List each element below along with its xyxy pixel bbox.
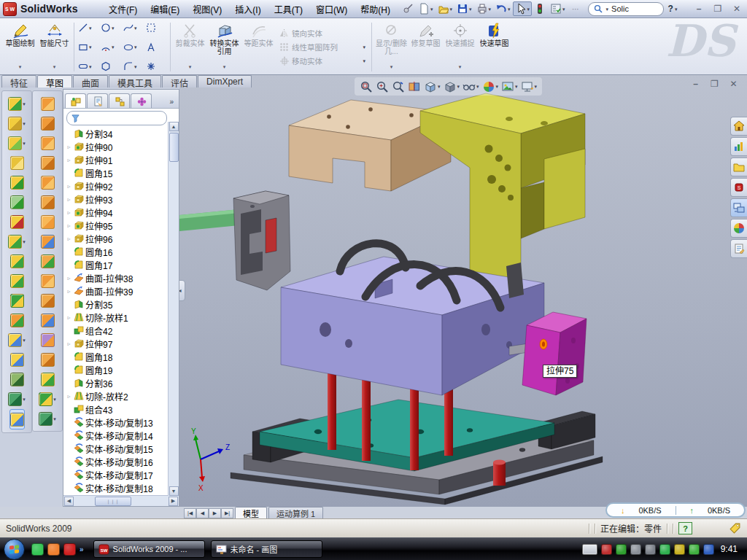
tree-item[interactable]: 圆角16: [66, 245, 179, 258]
tree-item[interactable]: 实体-移动/复制15: [66, 442, 179, 455]
overflow-button[interactable]: ⋯: [568, 1, 584, 16]
taskpane-tab-appearances[interactable]: [730, 219, 747, 238]
hole-wizard-button[interactable]: [10, 212, 24, 231]
expand-arrow-icon[interactable]: ▹: [66, 209, 72, 216]
swept-surface-button[interactable]: [41, 271, 55, 290]
chevron-down-icon[interactable]: ▾: [19, 64, 22, 70]
command-tab-1[interactable]: 草图: [37, 75, 72, 88]
chevron-down-icon[interactable]: ▾: [450, 7, 453, 12]
instant3d-button[interactable]: [9, 409, 25, 429]
offset-surface-button[interactable]: [41, 370, 55, 389]
command-tab-4[interactable]: 评估: [162, 75, 197, 88]
plane-button[interactable]: [10, 350, 24, 369]
tree-filter-box[interactable]: [66, 111, 167, 125]
menu-item-5[interactable]: 窗口(W): [309, 1, 354, 18]
quicklaunch-solidworks-icon[interactable]: [63, 543, 76, 556]
revolved-surface-button[interactable]: [41, 252, 55, 271]
chevron-down-icon[interactable]: ▾: [562, 7, 565, 12]
task-button-0[interactable]: SWSolidWorks 2009 - ...: [93, 540, 205, 558]
panel-tab-3[interactable]: [131, 93, 152, 108]
tree-item[interactable]: ▹拉伸96: [66, 232, 179, 245]
sketch-line-button[interactable]: ▾: [78, 23, 98, 33]
menu-item-3[interactable]: 插入(I): [228, 1, 267, 18]
open-button[interactable]: ▾: [436, 1, 455, 16]
tree-item[interactable]: ▹切除-放样2: [66, 389, 179, 402]
task-button-1[interactable]: 未命名 - 画图: [211, 540, 322, 558]
chevron-down-icon[interactable]: ▾: [53, 416, 56, 421]
indent-button[interactable]: [41, 173, 55, 192]
chevron-down-icon[interactable]: ▾: [134, 26, 137, 31]
command-tab-3[interactable]: 模具工具: [109, 75, 161, 88]
chevron-down-icon[interactable]: ▾: [457, 84, 460, 89]
tree-item[interactable]: 圆角18: [66, 350, 179, 363]
chevron-down-icon[interactable]: ▾: [535, 84, 538, 89]
extruded-boss-button[interactable]: ▾: [8, 94, 26, 113]
doc-nav-button-0[interactable]: |◀: [184, 508, 196, 518]
scroll-up-button[interactable]: ▲: [169, 122, 179, 131]
scroll-left-button[interactable]: ◀: [64, 497, 74, 506]
rib-button[interactable]: [10, 252, 24, 271]
expand-arrow-icon[interactable]: ▹: [66, 341, 72, 347]
draft-button[interactable]: [10, 192, 24, 211]
extruded-cut-button[interactable]: ▾: [8, 114, 26, 133]
chevron-down-icon[interactable]: ▾: [515, 84, 518, 89]
tree-item[interactable]: ▹拉伸97: [66, 337, 179, 350]
taskpane-tab-solidworks-forum[interactable]: S: [730, 178, 747, 197]
tag-icon[interactable]: [729, 522, 741, 534]
tray-sync-ball-icon[interactable]: [703, 544, 714, 555]
netspeed-widget[interactable]: ↓ 0KB/S ↑ 0KB/S: [605, 502, 746, 518]
menu-item-1[interactable]: 编辑(E): [144, 1, 186, 18]
chevron-down-icon[interactable]: ▾: [438, 84, 441, 89]
command-tab-0[interactable]: 特征: [1, 75, 36, 88]
ribbon-move-entities-button[interactable]: 移动实体▾: [279, 55, 365, 66]
graphics-area[interactable]: Y Z X ▾▾▾▾▾▾ – ❐ ✕ S ◂ 拉伸75: [179, 75, 747, 507]
expand-arrow-icon[interactable]: ▹: [66, 222, 72, 229]
ribbon-trim-entities-button[interactable]: 剪裁实体▾: [173, 20, 207, 74]
tree-item[interactable]: 实体-移动/复制14: [66, 429, 179, 442]
restore-button[interactable]: ❐: [711, 3, 725, 15]
tree-item[interactable]: 分割35: [66, 298, 179, 311]
hose-fitting[interactable]: [506, 262, 524, 298]
quicklaunch-launcher-icon[interactable]: [47, 543, 60, 556]
dome-button[interactable]: [41, 114, 55, 133]
view-orientation-button[interactable]: ▾: [424, 80, 441, 93]
tree-item[interactable]: ▹拉伸91: [66, 153, 179, 166]
new-document-button[interactable]: ▾: [416, 1, 436, 16]
radiate-surface-button[interactable]: ▾: [39, 389, 56, 408]
expand-arrow-icon[interactable]: ▹: [66, 288, 72, 295]
display-style-button[interactable]: ▾: [444, 80, 460, 93]
chevron-down-icon[interactable]: ▾: [189, 64, 192, 70]
taskbar-clock[interactable]: 9:41: [718, 544, 743, 554]
tree-item[interactable]: 组合42: [66, 324, 179, 337]
quicklaunch-messenger-icon[interactable]: [31, 543, 44, 556]
reference-geometry-button[interactable]: ▾: [8, 330, 26, 349]
panel-tab-2[interactable]: [109, 93, 130, 108]
expand-arrow-icon[interactable]: ▹: [66, 314, 72, 321]
tree-item[interactable]: 实体-移动/复制17: [66, 468, 179, 481]
start-button[interactable]: [4, 539, 25, 560]
panel-overflow-chevron[interactable]: »: [166, 98, 177, 108]
menu-item-0[interactable]: 文件(F): [102, 1, 144, 18]
taskpane-tab-view-palette[interactable]: [730, 198, 747, 217]
close-button[interactable]: ✕: [729, 3, 744, 15]
ribbon-rapid-sketch-button[interactable]: 快速草图: [477, 20, 511, 74]
tree-item[interactable]: 圆角17: [66, 258, 179, 271]
sketch-ellipse-button[interactable]: ▾: [123, 42, 144, 52]
doc-nav-button-1[interactable]: ◀: [196, 508, 209, 518]
shell-button[interactable]: [10, 173, 24, 192]
tree-item[interactable]: ▹拉伸92: [66, 179, 179, 192]
split-body-button[interactable]: [10, 291, 24, 310]
doc-nav-button-3[interactable]: ▶|: [221, 508, 233, 518]
ribbon-sketch-button[interactable]: 草图绘制▾: [3, 20, 37, 74]
freeform-button[interactable]: [41, 192, 55, 211]
chevron-down-icon[interactable]: ▾: [23, 141, 26, 146]
quicklaunch-overflow-chevron[interactable]: »: [80, 545, 84, 553]
doc-tab-1[interactable]: 运动算例 1: [268, 507, 323, 518]
part-side-block[interactable]: [522, 312, 587, 395]
chevron-down-icon[interactable]: ▾: [390, 64, 393, 70]
chevron-down-icon[interactable]: ▾: [23, 121, 26, 126]
ribbon-linear-pattern-button[interactable]: 线性草图阵列▾: [279, 42, 365, 52]
sketch-select-box-button[interactable]: [146, 23, 166, 33]
model-canvas[interactable]: Y Z X: [179, 75, 747, 507]
chevron-down-icon[interactable]: ▾: [89, 44, 92, 50]
